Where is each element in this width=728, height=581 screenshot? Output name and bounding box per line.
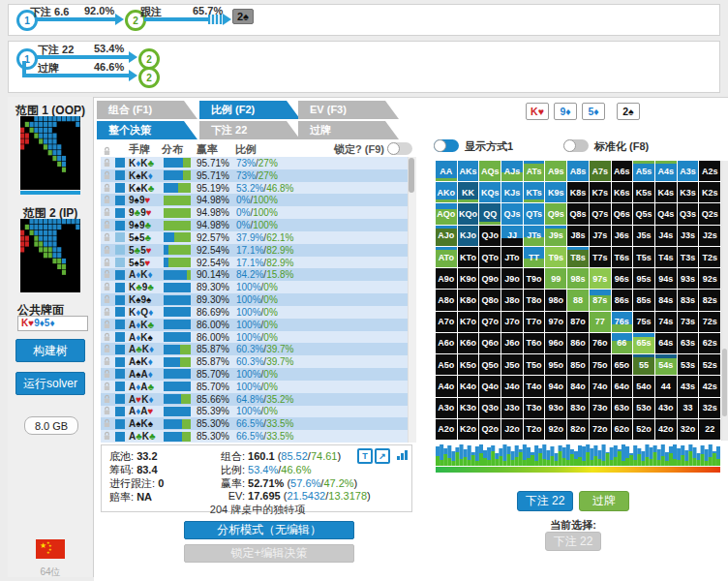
matrix-cell-T4s[interactable]: T4s	[655, 247, 677, 267]
table-row[interactable]: A♠A♦85.70%100%/0%	[101, 368, 408, 381]
matrix-cell-K3o[interactable]: K3o	[458, 398, 479, 418]
lock-icon[interactable]	[101, 394, 113, 405]
matrix-cell-J3s[interactable]: J3s	[678, 226, 699, 246]
export-icon[interactable]: ↗	[375, 448, 390, 464]
matrix-cell-77[interactable]: 77	[590, 312, 611, 332]
lock-icon[interactable]	[101, 332, 113, 343]
matrix-cell-T5s[interactable]: T5s	[633, 247, 654, 267]
table-row[interactable]: A♦A♥85.39%100%/0%	[101, 406, 408, 418]
col-win[interactable]: 赢率	[197, 142, 218, 157]
matrix-cell-63s[interactable]: 63s	[678, 333, 699, 353]
subtab-whole-decision[interactable]: 整个决策	[97, 121, 197, 139]
turn-card-badge[interactable]: 2♠	[232, 9, 254, 24]
matrix-cell-85o[interactable]: 85o	[567, 354, 589, 375]
matrix-cell-A9o[interactable]: A9o	[436, 268, 457, 289]
matrix-cell-42s[interactable]: 42s	[699, 376, 720, 396]
tree-node-player1[interactable]: 1	[16, 48, 38, 70]
matrix-cell-JJ[interactable]: JJ	[501, 226, 523, 246]
board-input[interactable]: K♥9♦5♦	[17, 316, 88, 331]
matrix-cell-72s[interactable]: 72s	[699, 312, 720, 332]
range1-weight-bar[interactable]	[20, 191, 80, 195]
matrix-cell-86s[interactable]: 86s	[612, 290, 633, 310]
tree-node-player2[interactable]: 2	[138, 67, 160, 88]
tab-ratio[interactable]: 比例 (F2)	[199, 101, 300, 119]
matrix-cell-73s[interactable]: 73s	[678, 312, 699, 332]
matrix-cell-33[interactable]: 33	[678, 398, 699, 418]
lock-icon[interactable]	[101, 245, 113, 256]
matrix-cell-T7s[interactable]: T7s	[590, 247, 611, 267]
table-scrollbar-thumb[interactable]	[409, 158, 414, 193]
matrix-cell-76s[interactable]: 76s	[612, 312, 633, 332]
matrix-cell-94s[interactable]: 94s	[655, 268, 677, 289]
lock-icon[interactable]	[101, 195, 113, 205]
matrix-cell-A8o[interactable]: A8o	[436, 290, 457, 310]
table-row[interactable]: A♦K♦90.14%84.2%/15.8%	[101, 268, 408, 281]
board-card[interactable]: 2♠	[617, 103, 640, 120]
matrix-cell-65o[interactable]: 65o	[612, 354, 633, 375]
matrix-cell-K9s[interactable]: K9s	[545, 182, 566, 202]
matrix-cell-T9s[interactable]: T9s	[545, 247, 566, 267]
lock-icon[interactable]	[101, 282, 113, 292]
matrix-cell-74s[interactable]: 74s	[655, 312, 677, 332]
matrix-cell-98o[interactable]: 98o	[545, 290, 566, 310]
lock-icon[interactable]	[101, 382, 113, 392]
matrix-cell-K6s[interactable]: K6s	[612, 182, 633, 202]
tree-action-label[interactable]: 跟注	[140, 5, 162, 19]
matrix-cell-84o[interactable]: 84o	[567, 376, 589, 396]
matrix-cell-ATo[interactable]: ATo	[436, 247, 457, 267]
subtab-bet22[interactable]: 下注 22	[199, 121, 300, 139]
matrix-cell-Q2o[interactable]: Q2o	[479, 419, 500, 440]
matrix-cell-66[interactable]: 66	[612, 333, 633, 353]
matrix-cell-72o[interactable]: 72o	[590, 419, 611, 440]
matrix-cell-98s[interactable]: 98s	[567, 268, 589, 289]
matrix-cell-T2o[interactable]: T2o	[524, 419, 545, 440]
table-row[interactable]: A♠K♦85.87%60.3%/39.7%	[101, 355, 408, 368]
matrix-cell-K2s[interactable]: K2s	[699, 182, 720, 202]
table-row[interactable]: 9♠9♥94.98%0%/100%	[101, 194, 408, 206]
lock-icon[interactable]	[101, 356, 113, 367]
matrix-cell-KQs[interactable]: KQs	[479, 182, 500, 202]
matrix-cell-K5s[interactable]: K5s	[633, 182, 654, 202]
matrix-cell-96o[interactable]: 96o	[545, 333, 566, 353]
matrix-cell-JTo[interactable]: JTo	[501, 247, 523, 267]
matrix-cell-53s[interactable]: 53s	[678, 354, 699, 375]
matrix-cell-54s[interactable]: 54s	[655, 354, 677, 375]
matrix-cell-87o[interactable]: 87o	[567, 312, 589, 332]
matrix-cell-Q3o[interactable]: Q3o	[479, 398, 500, 418]
matrix-cell-K9o[interactable]: K9o	[458, 268, 479, 289]
matrix-cell-QTs[interactable]: QTs	[524, 203, 545, 224]
matrix-cell-83o[interactable]: 83o	[567, 398, 589, 418]
matrix-cell-J9o[interactable]: J9o	[501, 268, 523, 289]
matrix-cell-54o[interactable]: 54o	[633, 376, 654, 396]
matrix-cell-JTs[interactable]: JTs	[524, 226, 545, 246]
table-row[interactable]: A♦K♠86.00%100%/0%	[101, 331, 408, 344]
range1-thumbnail[interactable]	[20, 116, 80, 190]
matrix-cell-32s[interactable]: 32s	[699, 398, 720, 418]
lock-icon[interactable]	[101, 232, 113, 243]
matrix-cell-KJs[interactable]: KJs	[501, 182, 523, 202]
matrix-cell-Q3s[interactable]: Q3s	[678, 203, 699, 224]
matrix-cell-85s[interactable]: 85s	[633, 290, 654, 310]
table-row[interactable]: A♦A♣85.70%100%/0%	[101, 381, 408, 393]
matrix-cell-KTs[interactable]: KTs	[524, 182, 545, 202]
matrix-cell-ATs[interactable]: ATs	[524, 161, 545, 181]
lock-icon[interactable]	[101, 369, 113, 380]
matrix-cell-Q9s[interactable]: Q9s	[545, 203, 566, 224]
matrix-cell-62s[interactable]: 62s	[699, 333, 720, 353]
col-dist[interactable]: 分布	[162, 142, 183, 157]
check-action-button[interactable]: 过牌	[579, 491, 629, 511]
matrix-cell-J7o[interactable]: J7o	[501, 312, 523, 332]
matrix-cell-T9o[interactable]: T9o	[524, 268, 545, 289]
matrix-cell-A7o[interactable]: A7o	[436, 312, 457, 332]
matrix-cell-J2s[interactable]: J2s	[699, 226, 720, 246]
matrix-cell-A3s[interactable]: A3s	[678, 161, 699, 181]
matrix-cell-83s[interactable]: 83s	[678, 290, 699, 310]
current-selection-button[interactable]: 下注 22	[545, 532, 601, 551]
matrix-cell-52s[interactable]: 52s	[699, 354, 720, 375]
matrix-cell-QTo[interactable]: QTo	[479, 247, 500, 267]
lock-icon[interactable]	[101, 431, 113, 442]
matrix-cell-K7s[interactable]: K7s	[590, 182, 611, 202]
matrix-cell-75o[interactable]: 75o	[590, 354, 611, 375]
matrix-cell-86o[interactable]: 86o	[567, 333, 589, 353]
matrix-cell-64o[interactable]: 64o	[612, 376, 633, 396]
